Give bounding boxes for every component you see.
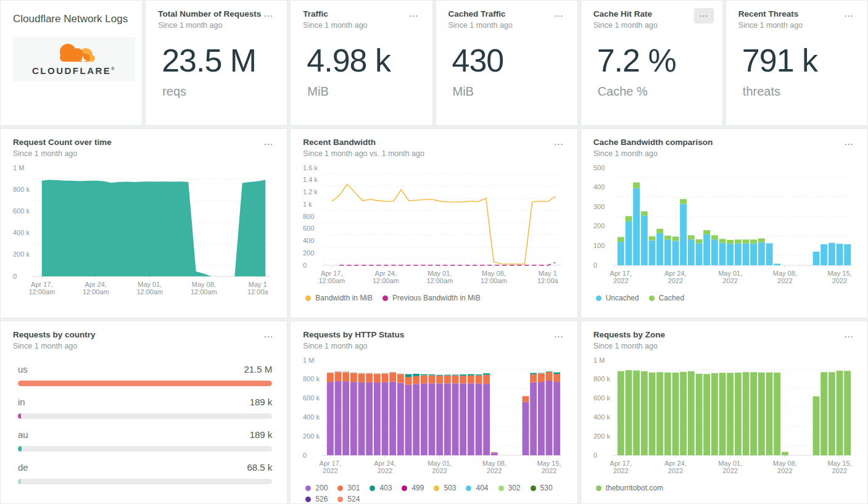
svg-text:800 k: 800 k — [303, 375, 320, 382]
svg-text:Apr 17,: Apr 17, — [610, 460, 631, 467]
legend-dot-icon — [531, 485, 536, 491]
panel-recent-bandwidth: Recent Bandwidth Since 1 month ago vs. 1… — [290, 128, 577, 318]
svg-text:12:00am: 12:00am — [191, 288, 217, 295]
svg-text:1.4 k: 1.4 k — [303, 176, 318, 183]
panel-menu-button[interactable]: ⋯ — [258, 8, 278, 23]
legend-item[interactable]: 302 — [498, 484, 521, 492]
svg-text:2022: 2022 — [722, 277, 737, 284]
svg-text:800: 800 — [303, 213, 314, 220]
country-label: au — [18, 429, 28, 440]
bandwidth-chart[interactable]: 1.6 k1.4 k1.2 k1 k8006004002000Apr 17,12… — [303, 163, 569, 286]
legend-dot-icon — [305, 485, 311, 491]
legend-item[interactable]: 524 — [337, 495, 360, 503]
legend-item[interactable]: Uncached — [596, 294, 639, 302]
svg-text:2022: 2022 — [542, 467, 556, 474]
svg-text:2022: 2022 — [668, 467, 682, 474]
svg-text:2022: 2022 — [722, 467, 737, 474]
country-label: de — [18, 462, 28, 473]
zone-chart-svg: 1 M800 k600 k400 k200 k0Apr 17,2022Apr 2… — [593, 355, 860, 476]
panel-menu-button[interactable]: ⋯ — [549, 136, 569, 152]
panel-menu-button[interactable]: ⋯ — [404, 8, 424, 23]
legend-item[interactable]: 526 — [305, 495, 328, 503]
svg-text:12:00am: 12:00am — [319, 277, 345, 284]
svg-text:2022: 2022 — [832, 467, 846, 474]
panel-menu-button[interactable]: ⋯ — [694, 8, 714, 23]
legend-item[interactable]: Bandwidth in MiB — [305, 294, 373, 302]
legend-item[interactable]: 404 — [466, 484, 488, 492]
legend-item[interactable]: 200 — [305, 484, 328, 492]
svg-text:Apr 24,: Apr 24, — [664, 270, 686, 277]
svg-text:May 08,: May 08, — [482, 270, 506, 277]
country-bar-fill — [18, 413, 21, 419]
cloudflare-cloud-icon — [42, 42, 106, 67]
svg-text:2022: 2022 — [323, 467, 337, 474]
svg-text:2022: 2022 — [378, 467, 392, 474]
svg-text:200: 200 — [593, 222, 605, 229]
country-value: 189 k — [250, 397, 273, 407]
svg-text:300: 300 — [593, 203, 605, 210]
country-value: 21.5 M — [244, 364, 272, 374]
legend-item[interactable]: Previous Bandwidth in MiB — [382, 294, 481, 302]
country-value: 68.5 k — [247, 462, 272, 473]
country-row: au189 k — [18, 429, 272, 452]
svg-text:400 k: 400 k — [13, 229, 30, 236]
legend-dot-icon — [305, 295, 311, 301]
legend-item[interactable]: 403 — [370, 484, 392, 492]
svg-text:Apr 17,: Apr 17, — [321, 270, 342, 277]
legend-item[interactable]: theburritobot.com — [596, 484, 663, 492]
svg-text:1 M: 1 M — [303, 357, 314, 364]
svg-text:Apr 17,: Apr 17, — [320, 460, 341, 467]
panel-subtitle: Since 1 month ago — [13, 149, 275, 158]
svg-text:1 M: 1 M — [13, 164, 24, 171]
stat-value: 430 — [452, 42, 577, 79]
legend-item[interactable]: Cached — [649, 294, 684, 302]
stat-subtitle: Since 1 month ago — [593, 21, 710, 30]
dashboard: Cloudflare Network Logs CLOUDFLARE® Tota… — [0, 0, 868, 504]
request-count-chart[interactable]: 1 M800 k600 k400 k200 k0Apr 17,12:00amAp… — [13, 163, 279, 297]
panel-menu-button[interactable]: ⋯ — [839, 329, 859, 344]
svg-text:2022: 2022 — [432, 467, 447, 474]
http-status-chart[interactable]: 1 M800 k600 k400 k200 k0Apr 17,2022Apr 2… — [303, 355, 569, 476]
zone-chart[interactable]: 1 M800 k600 k400 k200 k0Apr 17,2022Apr 2… — [593, 355, 860, 476]
country-row: in189 k — [18, 397, 272, 419]
panel-menu-button[interactable]: ⋯ — [258, 329, 278, 344]
legend-dot-icon — [596, 485, 601, 491]
legend-dot-icon — [402, 485, 407, 491]
svg-text:0: 0 — [593, 452, 597, 459]
legend-item[interactable]: 301 — [337, 484, 360, 492]
panel-menu-button[interactable]: ⋯ — [549, 8, 569, 23]
panel-menu-button[interactable]: ⋯ — [839, 136, 859, 152]
country-value: 189 k — [250, 429, 273, 440]
legend-item[interactable]: 530 — [531, 484, 553, 492]
panel-menu-button[interactable]: ⋯ — [549, 329, 569, 344]
svg-text:May 15,: May 15, — [827, 270, 851, 277]
svg-text:2022: 2022 — [487, 467, 502, 474]
country-bar-track — [18, 479, 272, 484]
legend-item[interactable]: 503 — [434, 484, 456, 492]
cache-legend: UncachedCached — [596, 294, 855, 302]
svg-text:12:00am: 12:00am — [481, 277, 507, 284]
svg-text:May 01,: May 01, — [718, 460, 742, 467]
svg-text:May 08,: May 08, — [192, 281, 216, 288]
svg-text:Apr 17,: Apr 17, — [610, 270, 631, 277]
svg-text:12:00am: 12:00am — [373, 277, 399, 284]
stat-title: Traffic — [303, 9, 420, 19]
cache-bandwidth-chart[interactable]: 5004003002001000Apr 17,2022Apr 24,2022Ma… — [593, 163, 860, 286]
cloudflare-logo: CLOUDFLARE® — [13, 37, 135, 81]
svg-text:200 k: 200 k — [303, 432, 320, 440]
stat-subtitle: Since 1 month ago — [448, 21, 565, 30]
svg-text:1 k: 1 k — [303, 200, 312, 208]
country-bar-track — [18, 381, 272, 386]
panel-menu-button[interactable]: ⋯ — [839, 8, 859, 23]
svg-text:2022: 2022 — [777, 277, 792, 284]
panel-menu-button[interactable]: ⋯ — [258, 136, 278, 152]
svg-text:400: 400 — [303, 237, 314, 244]
legend-item[interactable]: 499 — [402, 484, 424, 492]
panel-subtitle: Since 1 month ago vs. 1 month ago — [303, 149, 564, 158]
country-label: in — [18, 397, 25, 407]
panel-title: Recent Bandwidth — [303, 138, 564, 147]
panel-subtitle: Since 1 month ago — [593, 342, 855, 350]
panel-requests-by-country: Requests by country Since 1 month ago ⋯ … — [0, 321, 287, 504]
country-bar-track — [18, 413, 272, 419]
svg-text:May 01,: May 01, — [428, 270, 452, 277]
